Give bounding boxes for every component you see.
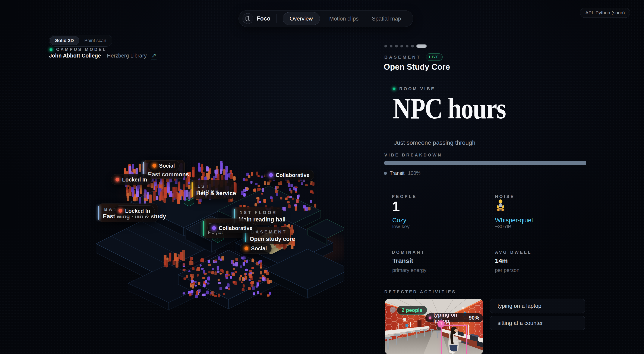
live-badge: LIVE: [426, 53, 443, 61]
nav-divider: [276, 14, 277, 23]
social-dot-icon: [152, 164, 156, 167]
foco-app: Foco Overview Motion clips Spatial map A…: [0, 0, 644, 354]
campus-model-kicker: CAMPUS MODEL: [49, 47, 106, 52]
people-label: PEOPLE: [392, 194, 417, 199]
room-card-help-service[interactable]: 1ST FLOOR Help & service: [192, 180, 234, 199]
campus-name: John Abbott College: [49, 53, 101, 59]
vibe-pill-label: Locked In: [122, 176, 147, 183]
activity-item: typing on a laptop: [490, 299, 585, 313]
building-name: Herzberg Library: [107, 53, 147, 59]
toggle-point-scan[interactable]: Point scan: [79, 36, 112, 45]
locked-in-dot-icon: [118, 209, 122, 213]
vibe-pill-label: Social: [251, 245, 267, 252]
vibe-pill-label: Social: [159, 163, 175, 169]
vibe-pill-locked-in-2[interactable]: Locked In: [114, 206, 155, 216]
status-dot-icon: [392, 87, 396, 90]
collaborative-dot-icon: [269, 173, 273, 177]
campus-3d-scene[interactable]: East commons Social Locked In 1ST FLOOR …: [92, 158, 344, 321]
pager-dot[interactable]: [400, 45, 403, 48]
pager-dot[interactable]: [406, 45, 408, 48]
room-name: Help & service: [196, 190, 236, 197]
person-bounding-box: [441, 325, 467, 354]
floor-live-row: BASEMENT LIVE: [384, 53, 443, 61]
vibe-pill-label: Collaborative: [276, 172, 310, 178]
vibe-pill-collaborative-1[interactable]: Collaborative: [264, 170, 314, 181]
vibe-subtitle: Just someone passing through: [394, 139, 475, 146]
social-dot-icon: [244, 247, 248, 250]
tab-spatial-map[interactable]: Spatial map: [367, 12, 406, 25]
status-dot-icon: [49, 48, 53, 51]
external-link-icon[interactable]: ↗: [151, 53, 156, 59]
pager-dot[interactable]: [384, 45, 387, 48]
avg-dwell-sub: per person: [495, 267, 520, 273]
toggle-solid-3d[interactable]: Solid 3D: [50, 36, 79, 45]
camera-thumbnail[interactable]: 2 people typing on laptop 90% 1: [385, 299, 483, 354]
detection-dot-icon: [429, 316, 431, 319]
dominant-sub: primary energy: [392, 267, 426, 273]
vibe-pill-social-2[interactable]: Social: [240, 243, 272, 254]
noise-label: NOISE: [495, 194, 514, 199]
collaborative-dot-icon: [212, 226, 216, 230]
card-accent-bar: [192, 182, 192, 197]
vibe-breakdown-heading: VIBE BREAKDOWN: [384, 153, 442, 157]
tab-motion-clips[interactable]: Motion clips: [324, 12, 363, 25]
model-title-row: John Abbott College · Herzberg Library ↗: [49, 53, 156, 59]
meditation-icon: [495, 199, 506, 213]
render-mode-toggle: Solid 3D Point scan: [49, 35, 112, 47]
room-title: Open Study Core: [384, 62, 450, 72]
pager-dot-active[interactable]: [416, 45, 427, 48]
vibe-headline: NPC hours: [393, 91, 506, 125]
pager-dot[interactable]: [390, 45, 392, 48]
people-sub: low-key: [392, 224, 410, 230]
legend-percent: 100%: [408, 170, 420, 176]
legend-dot-icon: [384, 172, 387, 175]
tab-overview[interactable]: Overview: [283, 12, 320, 25]
noise-accent: Whisper-quiet: [495, 217, 533, 224]
people-accent: Cozy: [392, 217, 406, 224]
avg-dwell-label: AVG DWELL: [495, 250, 532, 255]
main-nav: Foco Overview Motion clips Spatial map: [238, 10, 413, 27]
room-pager: [384, 45, 427, 48]
room-name: Open study core: [250, 236, 295, 242]
people-value: 1: [392, 200, 400, 213]
pager-dot[interactable]: [411, 45, 414, 48]
activity-item: sitting at a counter: [490, 316, 585, 330]
vibe-pill-label: Locked In: [125, 208, 150, 214]
detection-pill: typing on laptop 90%: [425, 313, 483, 322]
separator-dot: ·: [103, 53, 105, 59]
breakdown-segment-transit: [384, 161, 586, 165]
pager-dot[interactable]: [395, 45, 398, 48]
vibe-breakdown-legend: Transit 100%: [384, 170, 420, 176]
dominant-label: DOMINANT: [392, 250, 425, 255]
foco-logo-icon: [242, 13, 253, 24]
locked-in-dot-icon: [116, 178, 119, 182]
legend-label: Transit: [390, 170, 404, 176]
room-vibe-label: ROOM VIBE: [399, 86, 435, 91]
card-accent-bar: [203, 221, 204, 236]
floor-label: 1ST FLOOR: [240, 210, 277, 215]
vibe-pill-collaborative-2[interactable]: Collaborative: [207, 223, 257, 233]
detection-confidence: 90%: [469, 315, 479, 321]
room-name: East commons: [148, 171, 189, 178]
api-python-button[interactable]: API: Python (soon): [580, 8, 630, 18]
vibe-pill-locked-in-1[interactable]: Locked In: [111, 174, 152, 185]
avg-dwell-value: 14m: [495, 257, 508, 264]
dominant-value: Transit: [392, 257, 413, 264]
vibe-pill-social[interactable]: Social: [148, 160, 180, 171]
floor-label: BASEMENT: [384, 55, 421, 60]
vibe-pill-label: Collaborative: [219, 225, 252, 231]
vibe-breakdown-bar: [384, 161, 586, 165]
people-count-badge: 2 people: [397, 306, 427, 315]
card-accent-bar: [98, 206, 99, 220]
brand-name[interactable]: Foco: [257, 15, 270, 22]
noise-sub: ~30 dB: [495, 224, 512, 230]
detected-activities-heading: DETECTED ACTIVITIES: [384, 289, 456, 294]
campus-model-label: CAMPUS MODEL: [56, 47, 106, 52]
room-vibe-kicker: ROOM VIBE: [392, 86, 435, 91]
